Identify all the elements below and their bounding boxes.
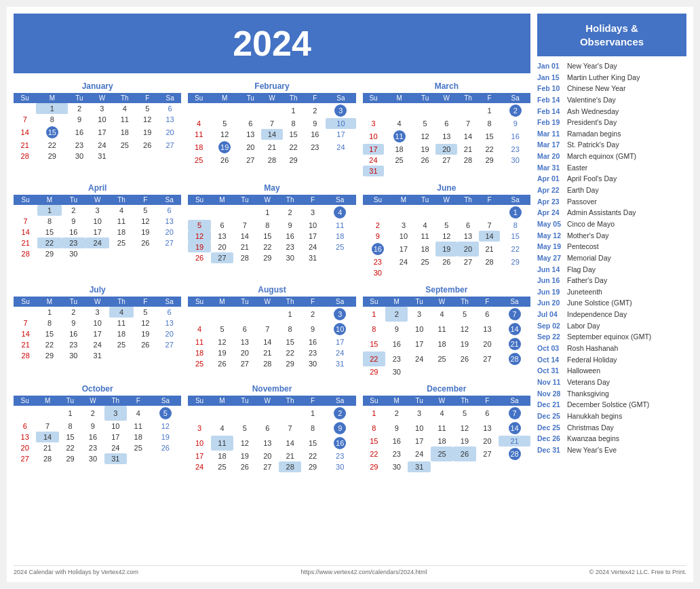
day-cell: 9: [500, 118, 530, 129]
day-cell: 15: [279, 337, 301, 347]
day-cell: [188, 307, 210, 322]
day-cell: 15: [59, 432, 81, 442]
day-cell: 17: [85, 227, 109, 238]
day-cell: [85, 248, 109, 259]
day-header: W: [91, 93, 113, 103]
day-cell: 24: [326, 140, 356, 155]
day-cell: 15: [301, 436, 324, 451]
day-header: W: [256, 396, 279, 406]
holiday-date: May 12: [537, 231, 567, 241]
day-cell: 23: [279, 242, 301, 252]
day-cell: 22: [363, 352, 385, 366]
holiday-date: Mar 17: [537, 140, 567, 150]
day-cell: 25: [188, 155, 210, 166]
holiday-date: Apr 01: [537, 174, 567, 184]
day-cell: 2: [324, 406, 356, 421]
day-cell: 21: [479, 242, 501, 256]
day-cell: [134, 248, 157, 259]
day-cell: [326, 155, 356, 166]
day-cell: 1: [500, 205, 530, 220]
day-cell: 12: [134, 318, 157, 328]
day-header: Sa: [500, 93, 530, 103]
day-cell: 30: [500, 155, 530, 166]
day-cell: 22: [37, 238, 61, 248]
day-cell: 26: [134, 238, 157, 248]
day-cell: [414, 103, 436, 118]
day-cell: 9: [68, 114, 90, 125]
day-cell: 15: [479, 129, 501, 144]
day-cell: 20: [476, 337, 499, 352]
day-cell: 13: [157, 216, 181, 227]
day-header: M: [211, 297, 233, 307]
day-cell: 8: [36, 114, 68, 125]
day-cell: 3: [363, 118, 385, 129]
day-header: F: [134, 297, 157, 307]
day-cell: 5: [210, 118, 239, 129]
day-cell: [210, 103, 239, 118]
day-header: Sa: [159, 93, 181, 103]
holiday-name: New Year's Eve: [567, 446, 617, 455]
day-header: Sa: [324, 195, 356, 205]
day-cell: [435, 205, 457, 220]
day-header: Tu: [62, 195, 85, 205]
holiday-item: Apr 22Earth Day: [537, 186, 686, 195]
day-cell: 5: [149, 406, 181, 421]
holiday-list: Jan 01New Year's DayJan 15Martin Luther …: [537, 62, 686, 455]
day-cell: 29: [59, 453, 81, 464]
day-cell: [14, 103, 36, 114]
day-cell: 11: [414, 231, 436, 242]
day-header: W: [256, 195, 279, 205]
day-cell: 7: [479, 220, 501, 231]
day-cell: 10: [408, 322, 430, 337]
holiday-date: Feb 10: [537, 84, 567, 94]
day-cell: 8: [279, 322, 301, 337]
holiday-item: Mar 31Easter: [537, 164, 686, 173]
holiday-date: Dec 26: [537, 434, 567, 444]
day-header: M: [211, 195, 233, 205]
day-cell: 8: [256, 220, 279, 231]
day-cell: 19: [453, 436, 475, 446]
day-cell: 15: [37, 227, 61, 238]
day-cell: 9: [279, 220, 301, 231]
holiday-item: May 27Memorial Day: [537, 254, 686, 263]
day-cell: 14: [233, 231, 256, 242]
day-cell: 3: [85, 205, 109, 216]
day-cell: 25: [324, 242, 356, 252]
year-header: 2024: [14, 14, 530, 73]
holiday-item: Jun 20June Solstice (GMT): [537, 299, 686, 308]
month-title: February: [188, 81, 355, 91]
day-cell: 23: [304, 140, 326, 155]
day-cell: 10: [301, 220, 324, 231]
day-cell: 25: [113, 140, 136, 151]
day-cell: 5: [136, 103, 159, 114]
day-cell: [435, 103, 457, 118]
day-header: W: [81, 396, 104, 406]
day-cell: 30: [62, 248, 85, 259]
holiday-item: Feb 19President's Day: [537, 118, 686, 128]
day-cell: 8: [363, 421, 385, 436]
day-cell: 22: [479, 144, 501, 155]
day-cell: 30: [301, 358, 324, 369]
holiday-item: Oct 14Federal Holiday: [537, 356, 686, 365]
day-cell: [393, 205, 414, 220]
day-cell: [14, 307, 37, 318]
month-block: AprilSuMTuWThFSa123456789101112131415161…: [14, 183, 181, 278]
day-cell: 5: [453, 406, 475, 421]
day-cell: 2: [301, 307, 324, 322]
day-cell: 8: [37, 216, 61, 227]
day-cell: 25: [431, 352, 453, 366]
day-cell: 3: [324, 307, 356, 322]
day-cell: [384, 103, 414, 118]
holiday-item: Mar 20March equinox (GMT): [537, 152, 686, 162]
day-header: Tu: [233, 195, 256, 205]
day-cell: 12: [134, 216, 157, 227]
day-cell: 19: [211, 347, 233, 358]
day-cell: 23: [62, 238, 85, 248]
day-cell: 15: [283, 129, 305, 140]
day-cell: 6: [435, 118, 457, 129]
day-cell: [457, 103, 479, 118]
day-cell: 24: [408, 352, 430, 366]
day-header: Su: [363, 93, 385, 103]
month-block: JulySuMTuWThFSa1234567891011121314151617…: [14, 285, 181, 377]
holiday-item: Dec 31New Year's Eve: [537, 446, 686, 455]
